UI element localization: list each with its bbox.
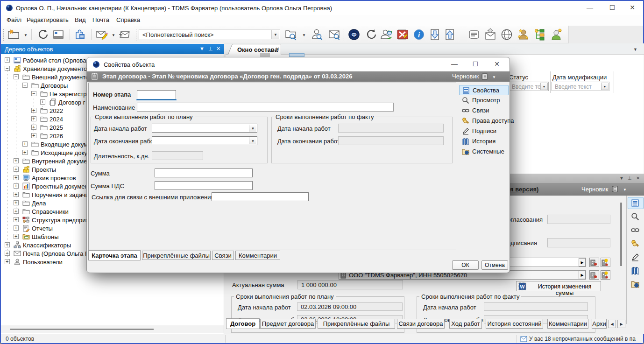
sum-vat-field[interactable] <box>155 181 253 190</box>
mail-up-icon[interactable] <box>484 28 496 41</box>
sum-history-button[interactable]: W История изменения суммы <box>516 281 601 291</box>
panel-menu-icon[interactable]: ▼ <box>199 46 205 51</box>
new-object-dropdown-icon[interactable]: ▼ <box>24 33 28 37</box>
fact-start-field[interactable] <box>338 124 444 133</box>
doc-down-icon[interactable] <box>429 28 441 41</box>
mail-edit-dropdown-icon[interactable]: ▼ <box>112 33 115 37</box>
dialog-minimize-button[interactable]: — <box>444 57 465 70</box>
card-tab-5[interactable]: История состояний <box>486 319 543 329</box>
user-sync-icon[interactable] <box>380 28 392 41</box>
dialog-tab-1[interactable]: Прикреплённые файлы <box>142 251 211 260</box>
menu-1[interactable]: Редактировать <box>27 16 69 23</box>
dialog-tab-0[interactable]: Карточка этапа <box>88 250 141 260</box>
doc-delete-icon[interactable] <box>396 28 409 41</box>
version-link[interactable]: я версия) <box>510 186 538 193</box>
card-tab-4[interactable]: Ход работ <box>449 319 482 329</box>
tree-hscrollbar[interactable] <box>1 325 224 333</box>
mail-send-icon[interactable] <box>119 28 131 41</box>
vertical-scrollbar[interactable] <box>620 203 622 266</box>
menu-3[interactable]: Почта <box>92 16 109 23</box>
external-link-field[interactable] <box>212 192 309 201</box>
fact-start-field[interactable] <box>484 302 588 311</box>
tab-composition-window[interactable]: Окно состава ✕ <box>233 44 281 55</box>
status-dropdown-icon[interactable]: ▼ <box>623 188 627 192</box>
cancel-button[interactable]: Отмена <box>481 260 508 270</box>
minimize-button[interactable]: — <box>580 1 600 14</box>
designer-expand-button[interactable]: ▶ <box>579 271 586 279</box>
properties-icon[interactable] <box>631 199 640 207</box>
history-icon[interactable] <box>631 267 640 275</box>
org-new-button[interactable] <box>601 258 610 267</box>
filter-dropdown-icon[interactable]: ▼ <box>540 83 548 90</box>
pin-icon[interactable]: ⊥ <box>208 46 213 52</box>
dialog-nav-system[interactable]: Системные <box>459 147 509 157</box>
signatures-icon[interactable] <box>631 253 640 261</box>
org-select-button[interactable] <box>589 270 599 280</box>
org-new-button[interactable] <box>601 270 610 280</box>
panel-menu-icon[interactable]: ▼ <box>619 176 624 181</box>
status-filter-input[interactable]: Введите тек ▼ <box>509 82 549 91</box>
refresh-icon[interactable] <box>37 28 49 41</box>
mail-status-icon[interactable] <box>520 336 527 344</box>
doc-up-icon[interactable] <box>444 28 456 41</box>
tabs-scroll-right[interactable]: ▶ <box>617 320 625 328</box>
dialog-nav-preview[interactable]: Просмотр <box>459 95 509 105</box>
dialog-nav-properties[interactable]: Свойства <box>459 85 509 95</box>
dialog-tab-2[interactable]: Связи <box>212 251 234 260</box>
filter-dropdown-icon[interactable]: ▼ <box>601 83 609 90</box>
column-header-status[interactable]: Статус <box>509 74 528 81</box>
stage-number-field[interactable] <box>137 90 176 99</box>
name-field[interactable] <box>137 103 394 112</box>
search-dropdown[interactable]: ▼ <box>271 30 279 39</box>
mail-search-icon[interactable] <box>328 28 340 41</box>
globe-icon[interactable] <box>501 28 513 41</box>
farvater-logo-icon[interactable]: Ф <box>348 28 360 41</box>
actual-sum-field[interactable]: 1 000 000.00 <box>297 280 403 289</box>
user-star-icon[interactable] <box>517 28 529 41</box>
menu-2[interactable]: Вид <box>75 16 86 23</box>
unread-messages[interactable]: У вас 18 непрочитанных сообщений в па <box>529 336 636 342</box>
system-icon[interactable] <box>631 280 640 288</box>
collapse-icon[interactable]: − <box>14 74 19 79</box>
dialog-nav-history[interactable]: История <box>459 136 509 147</box>
preview-icon[interactable] <box>631 212 640 221</box>
card-tab-2[interactable]: Прикреплённые файлы <box>318 319 395 329</box>
card-tab-0[interactable]: Договор <box>226 318 260 329</box>
expand-icon[interactable]: + <box>5 57 10 63</box>
menu-0[interactable]: Файл <box>7 16 21 23</box>
folder-search-icon[interactable] <box>285 28 297 41</box>
dialog-nav-links[interactable]: Связи <box>459 105 509 116</box>
links-icon[interactable] <box>631 226 640 234</box>
dialog-tab-3[interactable]: Комментарии <box>235 251 280 260</box>
panel-close-icon[interactable]: ✕ <box>636 176 640 181</box>
fulltext-search-combo[interactable]: <Полнотекстовый поиск> ▼ <box>139 29 280 40</box>
customer-expand-button[interactable]: ▶ <box>579 258 586 267</box>
modified-filter-input[interactable]: Введите текст ▼ <box>552 82 609 91</box>
properties-icon[interactable] <box>74 28 86 41</box>
column-header-modified[interactable]: Дата модификации <box>552 74 607 81</box>
plan-start-field[interactable]: 02.03.2026 09:00:00 <box>297 302 403 311</box>
folder-search-dropdown-icon[interactable]: ▼ <box>302 33 306 37</box>
status-scroll-icon[interactable] <box>612 185 619 195</box>
agreement-date-field[interactable] <box>547 215 610 224</box>
tabs-scroll-left[interactable]: ◀ <box>608 320 616 328</box>
org-select-button[interactable] <box>589 258 599 267</box>
refresh-icon[interactable] <box>365 28 377 41</box>
window-icon[interactable] <box>52 28 64 41</box>
status-dropdown-icon[interactable]: ▼ <box>492 75 496 79</box>
pin-icon[interactable]: ⊥ <box>628 176 632 181</box>
dialog-close-button[interactable]: ✕ <box>487 57 507 70</box>
card-tab-1[interactable]: Предмет договора <box>260 319 316 329</box>
card-tab-7[interactable]: Архи <box>592 319 607 329</box>
collapse-icon[interactable]: − <box>31 91 36 96</box>
plan-end-combo[interactable]: ▼ <box>152 136 257 145</box>
access-rights-icon[interactable] <box>631 239 640 248</box>
card-tab-3[interactable]: Связи договора <box>397 319 445 329</box>
tab-list-dropdown-icon[interactable]: ▼ <box>633 47 637 52</box>
panel-close-icon[interactable]: ✕ <box>216 46 220 52</box>
status-scroll-icon[interactable] <box>481 73 489 82</box>
collapse-icon[interactable]: − <box>22 83 28 88</box>
tab-close-icon[interactable]: ✕ <box>276 46 280 52</box>
mail-edit-icon[interactable] <box>96 28 108 41</box>
card-tab-6[interactable]: Комментарии <box>547 319 588 329</box>
